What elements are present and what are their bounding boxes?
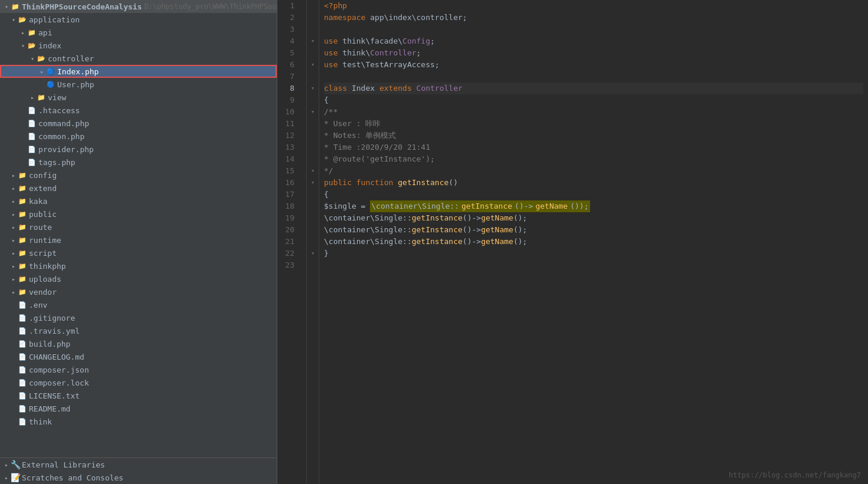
- code-line-4[interactable]: use think\facade\Config;: [324, 35, 863, 47]
- code-line-17[interactable]: {: [324, 189, 863, 200]
- fold-marker-6[interactable]: ▾: [307, 59, 319, 71]
- expand-arrow-runtime[interactable]: [9, 236, 18, 244]
- code-line-15[interactable]: */: [324, 165, 863, 177]
- sidebar-item-extend[interactable]: 📁 extend: [0, 182, 277, 195]
- expand-arrow-thinkphp[interactable]: [9, 262, 18, 270]
- sidebar-item-composer-lock[interactable]: 📄 composer.lock: [0, 376, 277, 389]
- sidebar-item-root[interactable]: 📁 ThinkPHPSourceCodeAnalysis D:\phpstudy…: [0, 0, 277, 13]
- sidebar-item-kaka[interactable]: 📁 kaka: [0, 195, 277, 208]
- sidebar-item-think[interactable]: 📄 think: [0, 415, 277, 428]
- expand-arrow-common: [19, 132, 27, 140]
- sidebar-item-controller[interactable]: 📂 controller: [0, 52, 277, 65]
- expand-arrow-view[interactable]: [28, 93, 37, 101]
- sidebar-item-command-php[interactable]: 📄 command.php: [0, 117, 277, 130]
- code-line-20[interactable]: \container\Single::getInstance()->getNam…: [324, 224, 863, 236]
- editor-content[interactable]: 1234567891011121314151617181920212223 ▾▾…: [277, 0, 868, 484]
- sidebar-item-index-php[interactable]: ▸ 🔵 Index.php: [0, 65, 277, 78]
- expand-arrow-env: [9, 301, 18, 309]
- sidebar-item-config[interactable]: 📁 config: [0, 169, 277, 182]
- sidebar-item-user-php[interactable]: 🔵 User.php: [0, 78, 277, 91]
- sidebar-item-gitignore[interactable]: 📄 .gitignore: [0, 311, 277, 324]
- fold-marker-13: [307, 141, 319, 153]
- sidebar-item-view[interactable]: 📁 view: [0, 91, 277, 104]
- sidebar-item-provider-php[interactable]: 📄 provider.php: [0, 143, 277, 156]
- expand-arrow-vendor[interactable]: [9, 288, 18, 296]
- sidebar-label-api: api: [38, 28, 52, 37]
- code-line-10[interactable]: /**: [324, 106, 863, 118]
- expand-arrow-api[interactable]: [19, 28, 27, 37]
- code-line-11[interactable]: * User : 咔咔: [324, 118, 863, 130]
- sidebar-item-runtime[interactable]: 📁 runtime: [0, 233, 277, 246]
- fold-marker-16[interactable]: ▾: [307, 177, 319, 189]
- sidebar-item-license-txt[interactable]: 📄 LICENSE.txt: [0, 389, 277, 402]
- sidebar-item-api[interactable]: 📁 api: [0, 26, 277, 39]
- expand-arrow-controller[interactable]: [28, 54, 37, 62]
- code-line-6[interactable]: use test\TestArrayAccess;: [324, 59, 863, 71]
- fold-marker-4[interactable]: ▾: [307, 35, 319, 47]
- code-line-21[interactable]: \container\Single::getInstance()->getNam…: [324, 236, 863, 248]
- expand-arrow-config[interactable]: [9, 171, 18, 179]
- sidebar-item-public[interactable]: 📁 public: [0, 208, 277, 220]
- code-line-14[interactable]: * @route('getInstance');: [324, 153, 863, 165]
- expand-arrow-uploads[interactable]: [9, 275, 18, 283]
- expand-arrow-root[interactable]: [2, 2, 11, 11]
- sidebar-item-index[interactable]: 📂 index: [0, 39, 277, 52]
- fold-marker-15[interactable]: ▾: [307, 165, 319, 177]
- code-line-12[interactable]: * Notes: 单例模式: [324, 130, 863, 141]
- expand-arrow-scratches[interactable]: [2, 473, 11, 482]
- sidebar-item-tags-php[interactable]: 📄 tags.php: [0, 156, 277, 169]
- expand-arrow-public[interactable]: [9, 210, 18, 218]
- code-line-18[interactable]: $single = \container\Single::getInstance…: [324, 200, 863, 212]
- sidebar-item-ext-libraries[interactable]: 🔧 External Libraries: [0, 458, 277, 471]
- sidebar-item-readme-md[interactable]: 📄 README.md: [0, 402, 277, 415]
- sidebar-item-env[interactable]: 📄 .env: [0, 298, 277, 311]
- sidebar-item-script[interactable]: 📁 script: [0, 246, 277, 259]
- expand-arrow-index-php[interactable]: ▸: [38, 67, 46, 75]
- sidebar-label-think: think: [29, 417, 52, 426]
- expand-arrow-ext-libraries[interactable]: [2, 460, 11, 469]
- code-line-23[interactable]: [324, 259, 863, 271]
- expand-arrow-route[interactable]: [9, 223, 18, 231]
- sidebar-item-uploads[interactable]: 📁 uploads: [0, 272, 277, 285]
- expand-arrow-extend[interactable]: [9, 184, 18, 192]
- sidebar-item-scratches[interactable]: 📝 Scratches and Consoles: [0, 471, 277, 484]
- code-area[interactable]: <?phpnamespace app\index\controller;use …: [319, 0, 868, 484]
- sidebar-item-application[interactable]: 📂 application: [0, 13, 277, 26]
- expand-arrow-application[interactable]: [9, 15, 18, 24]
- expand-arrow-index[interactable]: [19, 41, 27, 50]
- sidebar-label-readme-md: README.md: [29, 404, 70, 413]
- expand-arrow-tags: [19, 158, 27, 166]
- code-line-16[interactable]: public function getInstance(): [324, 177, 863, 189]
- ext-lib-icon: 🔧: [11, 460, 20, 469]
- code-line-3[interactable]: [324, 24, 863, 35]
- sidebar-label-config: config: [29, 171, 57, 180]
- fold-marker-8[interactable]: ▾: [307, 83, 319, 94]
- sidebar-label-command-php: command.php: [38, 119, 89, 128]
- sidebar-item-build-php[interactable]: 📄 build.php: [0, 337, 277, 350]
- code-line-9[interactable]: {: [324, 94, 863, 106]
- code-line-8[interactable]: class Index extends Controller: [324, 83, 863, 94]
- line-number-7: 7: [282, 71, 299, 83]
- sidebar-item-travis-yml[interactable]: 📄 .travis.yml: [0, 324, 277, 337]
- line-number-20: 20: [282, 224, 299, 236]
- expand-arrow-kaka[interactable]: [9, 197, 18, 205]
- sidebar-item-htaccess[interactable]: 📄 .htaccess: [0, 104, 277, 117]
- sidebar-label-provider-php: provider.php: [38, 145, 94, 154]
- code-line-22[interactable]: }: [324, 248, 863, 259]
- sidebar-item-common-php[interactable]: 📄 common.php: [0, 130, 277, 143]
- sidebar-item-route[interactable]: 📁 route: [0, 220, 277, 233]
- sidebar-item-vendor[interactable]: 📁 vendor: [0, 285, 277, 298]
- code-line-2[interactable]: namespace app\index\controller;: [324, 12, 863, 24]
- sidebar-item-thinkphp[interactable]: 📁 thinkphp: [0, 259, 277, 272]
- code-line-5[interactable]: use think\Controller;: [324, 47, 863, 59]
- code-line-7[interactable]: [324, 71, 863, 83]
- sidebar-item-changelog-md[interactable]: 📄 CHANGELOG.md: [0, 350, 277, 363]
- sidebar-item-composer-json[interactable]: 📄 composer.json: [0, 363, 277, 376]
- fold-marker-22[interactable]: ▾: [307, 248, 319, 259]
- fold-marker-19: [307, 212, 319, 224]
- expand-arrow-script[interactable]: [9, 249, 18, 257]
- fold-marker-10[interactable]: ▾: [307, 106, 319, 118]
- code-line-1[interactable]: <?php: [324, 0, 863, 12]
- code-line-19[interactable]: \container\Single::getInstance()->getNam…: [324, 212, 863, 224]
- code-line-13[interactable]: * Time :2020/9/20 21:41: [324, 141, 863, 153]
